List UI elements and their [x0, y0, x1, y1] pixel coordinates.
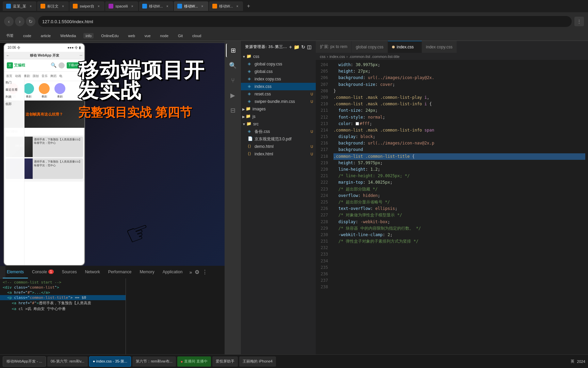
devtools-tab-network[interactable]: Network	[81, 266, 104, 278]
devtools-tab-elements[interactable]: Elements	[3, 266, 28, 278]
bookmark-web[interactable]: web	[126, 33, 137, 39]
devtools-tab-console[interactable]: Console 1	[28, 266, 58, 278]
file-item-reset[interactable]: ◈ reset.css U	[241, 90, 316, 98]
refresh-icon[interactable]: ↻	[301, 44, 306, 50]
file-item-index-html[interactable]: ⟨⟩ index.html U	[241, 150, 316, 158]
more-icon[interactable]: ⋮	[202, 269, 208, 275]
elements-p[interactable]: <p class="common-list-title"> == $0	[0, 295, 126, 300]
bookmark-wemedia[interactable]: WeMedia	[58, 33, 78, 39]
elements-a2[interactable]: <a href="#">透明手表，下集预告【人类高质	[0, 300, 126, 306]
nav-guochuang[interactable]: 国创	[33, 74, 39, 78]
tray-ime[interactable]: 英	[571, 359, 574, 364]
tab-close[interactable]: ×	[96, 4, 101, 9]
devtools-tab-performance[interactable]: Performance	[104, 266, 136, 278]
file-item-swiper[interactable]: ◈ swiper-bundle.min.css U	[241, 98, 316, 105]
settings-icon[interactable]: ⚙	[195, 269, 199, 275]
tab-close[interactable]: ×	[235, 4, 240, 9]
tab-close[interactable]: ×	[28, 4, 33, 9]
taskbar-item-2[interactable]: 06-第六节: rem和v...	[47, 356, 88, 367]
file-item-js[interactable]: ▶ 📁 js	[241, 113, 316, 120]
editor-tab-index-copy[interactable]: index copy.css	[422, 41, 457, 53]
collapse-all-icon[interactable]: ◫	[307, 44, 312, 50]
sidebar-item-recent[interactable]: 最近在看	[5, 88, 23, 92]
tab-蓝某[interactable]: 蓝某_某 ×	[3, 1, 36, 11]
elements-a[interactable]: <a href="#">...</a>	[0, 290, 126, 295]
file-item-index[interactable]: ◈ index.css	[241, 83, 316, 90]
code-content[interactable]: width: 30.9975px; height: 27px; backgrou…	[331, 60, 588, 361]
elements-comment[interactable]: <!-- common-list start -->	[0, 280, 126, 285]
path-selector[interactable]: .common-list .common-list-title	[349, 55, 400, 59]
avatar-icon[interactable]	[59, 62, 65, 68]
reload-button[interactable]: ↻	[26, 17, 35, 26]
bookmark-info[interactable]: info	[83, 33, 94, 39]
sidebar-item-list[interactable]: 列表	[5, 95, 23, 99]
sidebar-item-hot[interactable]: 热门	[5, 80, 23, 85]
source-control-icon[interactable]: ⑂	[226, 74, 240, 87]
editor-tab-global-copy[interactable]: global copy.css	[352, 41, 388, 53]
taskbar-item-4[interactable]: 第六节：rem和vw布...	[132, 356, 176, 367]
nav-music[interactable]: 音乐	[42, 74, 48, 78]
tab-close[interactable]: ×	[61, 4, 65, 9]
phone-menu[interactable]: ···	[80, 53, 82, 57]
nav-more[interactable]: 电	[59, 74, 62, 78]
bookmark-cloud[interactable]: cloud	[190, 33, 203, 39]
tab-spaceili[interactable]: spaceili ×	[105, 1, 138, 11]
tab-移动3[interactable]: 移动W... ×	[209, 1, 243, 11]
taskbar-item-1[interactable]: 移动WebApp开发 - ...	[3, 356, 46, 367]
tab-close[interactable]: ×	[200, 4, 205, 9]
devtools-tab-sources[interactable]: Sources	[58, 266, 81, 278]
path-css[interactable]: css	[320, 55, 326, 59]
bookmark-article[interactable]: article	[39, 33, 53, 39]
extensions-button[interactable]: ⋮	[574, 17, 584, 26]
file-item-images[interactable]: ▶ 📁 images	[241, 105, 316, 113]
file-item-css-folder[interactable]: ▼ 📁 css	[241, 53, 316, 60]
taskbar-item-aituping[interactable]: 爱投屏助手	[212, 356, 238, 367]
editor-tab-index-active[interactable]: index.css	[388, 41, 422, 53]
bookmark-git[interactable]: Git	[176, 33, 185, 39]
icon-item-2[interactable]: 番剧	[37, 83, 51, 98]
nav-dance[interactable]: 舞蹈	[50, 74, 56, 78]
icon-item-3[interactable]: 番剧	[53, 83, 67, 98]
back-button[interactable]: ‹	[4, 17, 14, 26]
tab-close[interactable]: ×	[130, 4, 135, 9]
tab-移动1[interactable]: 移动W... ×	[139, 1, 173, 11]
path-index-css[interactable]: index.css	[329, 55, 345, 59]
sidebar-item-footer[interactable]: 低部	[5, 102, 23, 106]
url-bar[interactable]: 127.0.0.1:5500/index.html	[38, 16, 572, 27]
devtools-tab-memory[interactable]: Memory	[135, 266, 158, 278]
new-folder-icon[interactable]: 📁	[294, 44, 300, 50]
file-item-demo[interactable]: ⟨⟩ demo.html U	[241, 143, 316, 150]
phone-window-close[interactable]: ←	[6, 53, 10, 57]
taskbar-item-3[interactable]: ● index.css - 35-第...	[89, 356, 131, 367]
file-item-global[interactable]: ◈ global.css	[241, 68, 316, 75]
file-item-京东[interactable]: 📄 京东视觉规范3.0.pdf	[241, 135, 316, 143]
extensions-icon[interactable]: ⊟	[226, 104, 240, 117]
file-item-index-copy[interactable]: ◈ index copy.css	[241, 75, 316, 83]
run-icon[interactable]: ▶	[226, 89, 240, 102]
devtools-tab-application[interactable]: Application	[159, 266, 187, 278]
devtools-more-tabs[interactable]: »	[186, 270, 195, 275]
file-item-src[interactable]: ▼ 📁 src	[241, 120, 316, 128]
elements-a3[interactable]: <a cl >叽 寿由安 宁中心中番	[0, 306, 126, 312]
bookmark-书签[interactable]: 书签	[4, 32, 16, 39]
search-icon[interactable]: 🔍	[51, 62, 56, 68]
search-icon[interactable]: 🔍	[226, 59, 240, 72]
editor-tab-px-to-rem[interactable]: 扩展: px to rem	[316, 41, 352, 53]
nav-drama[interactable]: 番剧	[24, 74, 30, 78]
elements-div[interactable]: <div class="common-list">	[0, 285, 126, 290]
file-item-备份[interactable]: ◈ 备份.css U	[241, 128, 316, 135]
taskbar-item-live[interactable]: ●直播间 直播中	[177, 356, 211, 367]
bookmark-code[interactable]: code	[21, 33, 33, 39]
tab-close[interactable]: ×	[165, 4, 170, 9]
download-button[interactable]: 下载APP	[67, 62, 82, 68]
file-item-global-copy[interactable]: ◈ global copy.css	[241, 60, 316, 68]
tab-移动2-active[interactable]: 移动W... ×	[174, 1, 208, 11]
explorer-icon[interactable]: ⊞	[226, 44, 240, 57]
bookmark-vue[interactable]: vue	[143, 33, 153, 39]
tab-swiper[interactable]: swiper自 ×	[69, 1, 104, 11]
forward-button[interactable]: ›	[15, 17, 24, 26]
new-file-icon[interactable]: +	[289, 44, 292, 50]
tab-add-button[interactable]: +	[244, 1, 253, 11]
tab-标注文[interactable]: 标注文 ×	[37, 1, 69, 11]
taskbar-item-iphone[interactable]: 王丽梅的 iPhone4	[239, 356, 276, 367]
